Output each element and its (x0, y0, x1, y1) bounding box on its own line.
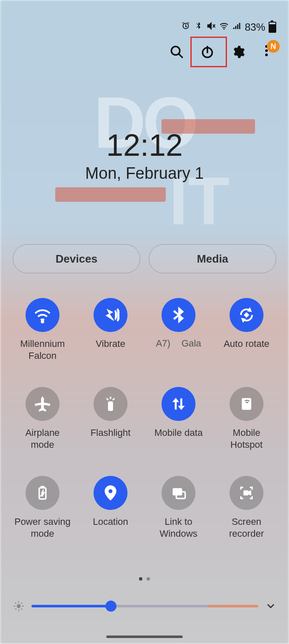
svg-point-5 (265, 54, 268, 56)
expand-brightness-button[interactable] (265, 601, 276, 612)
clock-date: Mon, February 1 (0, 164, 289, 183)
tile-label: Power saving mode (13, 516, 72, 539)
mute-vibrate-icon (207, 21, 216, 33)
powersave-icon (26, 476, 60, 510)
tile-label: Airplane mode (13, 427, 72, 450)
autorotate-icon (230, 298, 264, 332)
tile-label: Vibrate (96, 338, 125, 350)
tile-label: Mobile data (154, 427, 203, 439)
airplane-icon (26, 387, 60, 421)
svg-point-4 (265, 49, 268, 52)
battery-percent: 83% (245, 21, 265, 33)
panel-toolbar: N (167, 43, 276, 61)
flashlight-icon (94, 387, 128, 421)
brightness-slider[interactable] (31, 605, 258, 607)
status-bar: 83% (181, 21, 276, 33)
tile-label: Location (93, 516, 128, 528)
search-icon (170, 45, 184, 59)
bluetooth-icon (194, 21, 203, 33)
power-icon (200, 45, 215, 59)
page-indicator (0, 577, 289, 581)
tile-label: Link to Windows (149, 516, 208, 539)
page-dot (147, 577, 150, 581)
tile-airplane[interactable]: Airplane mode (8, 387, 76, 450)
tile-label: Mobile Hotspot (217, 427, 276, 450)
tile-label: Auto rotate (224, 338, 269, 350)
svg-point-6 (17, 604, 20, 608)
tile-bluetooth[interactable]: A7)Gala (144, 298, 212, 361)
tile-wifi[interactable]: Millennium Falcon (8, 298, 76, 361)
more-button[interactable]: N (259, 43, 276, 60)
vibrate-icon (94, 298, 128, 332)
clock-area: 12:12 Mon, February 1 (0, 128, 289, 183)
devices-button[interactable]: Devices (13, 244, 140, 273)
tile-autorotate[interactable]: Auto rotate (212, 298, 280, 361)
tile-label: Screen recorder (217, 516, 276, 539)
pill-row: Devices Media (13, 244, 276, 273)
brightness-icon (13, 600, 25, 612)
hotspot-icon (230, 387, 264, 421)
brightness-row (13, 600, 276, 612)
alarm-icon (181, 21, 190, 33)
tile-hotspot[interactable]: Mobile Hotspot (212, 387, 280, 450)
tile-label: Flashlight (91, 427, 130, 439)
clock-time: 12:12 (0, 128, 289, 163)
signal-icon (232, 21, 241, 33)
location-icon (94, 476, 128, 510)
tile-mobiledata[interactable]: Mobile data (144, 387, 212, 450)
svg-point-0 (223, 29, 224, 30)
media-button[interactable]: Media (149, 244, 276, 273)
mobiledata-icon (162, 387, 196, 421)
wifi-icon (26, 298, 60, 332)
bluetooth-icon (162, 298, 196, 332)
tile-flashlight[interactable]: Flashlight (76, 387, 144, 450)
tile-powersave[interactable]: Power saving mode (8, 476, 76, 539)
nav-handle[interactable] (106, 635, 183, 638)
tile-label: Millennium Falcon (13, 338, 72, 361)
settings-button[interactable] (229, 43, 247, 61)
tile-location[interactable]: Location (76, 476, 144, 539)
tile-label: A7)Gala (156, 338, 201, 349)
gear-icon (231, 45, 245, 59)
tile-vibrate[interactable]: Vibrate (76, 298, 144, 361)
link-icon (162, 476, 196, 510)
brightness-thumb[interactable] (105, 601, 116, 612)
recorder-icon (230, 476, 264, 510)
account-avatar[interactable]: N (267, 40, 280, 53)
power-button[interactable] (198, 43, 217, 61)
search-button[interactable] (167, 43, 186, 61)
quick-settings-grid: Millennium FalconVibrateA7)GalaAuto rota… (8, 298, 280, 539)
wifi-icon (219, 21, 229, 33)
page-dot (139, 577, 142, 581)
battery-icon (269, 22, 276, 33)
tile-link[interactable]: Link to Windows (144, 476, 212, 539)
tile-recorder[interactable]: Screen recorder (212, 476, 280, 539)
